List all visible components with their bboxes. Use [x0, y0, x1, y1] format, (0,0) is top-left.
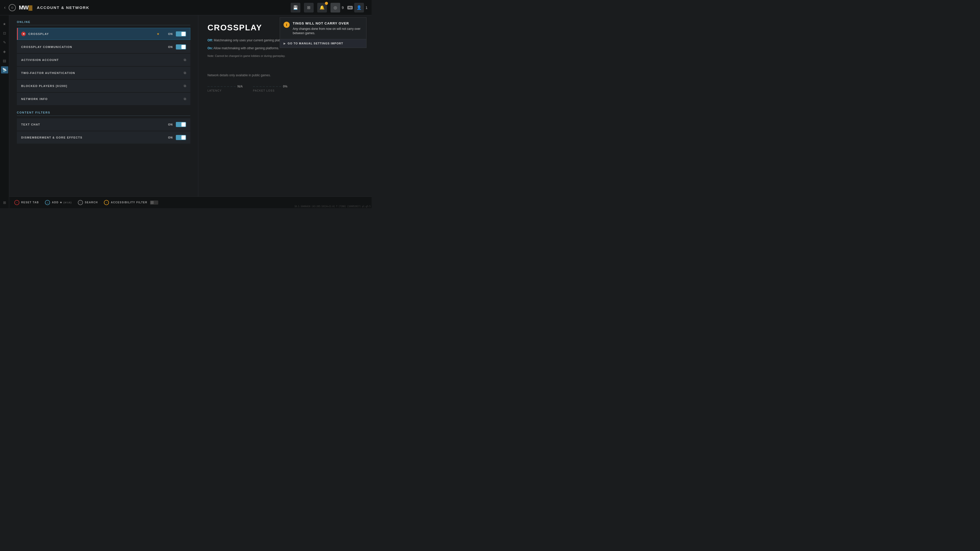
- network-note: Network details only available in public…: [207, 73, 363, 77]
- two-factor-label: TWO-FACTOR AUTHENTICATION: [21, 71, 184, 75]
- sidebar-item-favorites[interactable]: ★: [1, 21, 8, 27]
- accessibility-toggle[interactable]: [150, 200, 158, 205]
- detail-note: Note: Cannot be changed in game lobbies …: [207, 54, 363, 58]
- star-icon: ★: [157, 32, 159, 36]
- toggle-knob: [181, 122, 186, 127]
- notification-button[interactable]: 🔔: [317, 3, 327, 13]
- sidebar-item-controller[interactable]: ⊡: [1, 30, 8, 37]
- reset-tab-button[interactable]: ○ RESET TAB: [14, 200, 39, 205]
- notification-text: TINGS WILL NOT CARRY OVER Any changes do…: [293, 21, 363, 35]
- search-icon: □: [78, 200, 83, 205]
- crossplay-communication-label: CROSSPLAY COMMUNICATION: [21, 45, 162, 48]
- packet-loss-label: PACKET LOSS: [253, 89, 287, 92]
- crossplay-row[interactable]: ✕ CROSSPLAY ★ ON: [17, 28, 190, 40]
- text-chat-value: ON: [162, 123, 173, 126]
- dismemberment-row[interactable]: DISMEMBERMENT & GORE EFFECTS ON: [17, 131, 190, 144]
- crossplay-communication-row[interactable]: CROSSPLAY COMMUNICATION ON: [17, 41, 190, 53]
- player-icon[interactable]: ◎: [331, 3, 340, 13]
- sidebar-item-audio[interactable]: ◈: [1, 48, 8, 55]
- content-filters-section-header: CONTENT FILTERS: [17, 111, 190, 116]
- online-section-header: ONLINE: [17, 21, 190, 25]
- arrow-icon: ▶: [283, 42, 286, 45]
- latency-value: N/A: [238, 85, 243, 88]
- packet-loss-stat: ─ ─ ─ ─ ─ ─ ─ ─ ─ 0% PACKET LOSS: [253, 85, 287, 92]
- network-stats: ─ ─ ─ ─ ─ ─ ─ ─ ─ N/A LATENCY ─ ─ ─ ─ ─ …: [207, 85, 363, 92]
- accessibility-label: ACCESSIBILITY FILTER: [111, 201, 147, 204]
- search-label: SEARCH: [85, 201, 98, 204]
- external-link-icon: ⧉: [184, 84, 186, 88]
- toggle-knob: [181, 32, 186, 36]
- search-button[interactable]: □ SEARCH: [78, 200, 98, 205]
- error-icon: ✕: [21, 32, 26, 36]
- add-favorite-icon: △: [45, 200, 50, 205]
- dismemberment-toggle[interactable]: [176, 135, 186, 140]
- two-factor-row[interactable]: TWO-FACTOR AUTHENTICATION ⧉: [17, 67, 190, 79]
- external-link-icon: ⧉: [184, 71, 186, 75]
- player-info: ◎ 9: [331, 3, 344, 13]
- network-section: Network details only available in public…: [207, 73, 363, 92]
- crossplay-value: ON: [162, 32, 173, 35]
- dismemberment-value: ON: [162, 136, 173, 139]
- crossplay-label: CROSSPLAY: [28, 32, 157, 35]
- toggle-knob: [181, 45, 186, 49]
- network-info-label: NETWORK INFO: [21, 97, 184, 100]
- accessibility-filter-button[interactable]: ○ ACCESSIBILITY FILTER: [104, 200, 158, 205]
- crossplay-communication-value: ON: [162, 45, 173, 48]
- friends-info: R3 👤 1: [347, 3, 368, 13]
- storage-button[interactable]: 💾: [291, 3, 301, 13]
- info-icon: i: [283, 22, 290, 28]
- friends-icon[interactable]: 👤: [354, 3, 364, 13]
- notification-header: i TINGS WILL NOT CARRY OVER Any changes …: [280, 17, 366, 39]
- import-action-label: GO TO MANUAL SETTINGS IMPORT: [288, 42, 343, 45]
- dismemberment-label: DISMEMBERMENT & GORE EFFECTS: [21, 136, 162, 139]
- toggle-knob: [181, 135, 186, 140]
- accessibility-icon: ○: [104, 200, 109, 205]
- external-link-icon: ⧉: [184, 58, 186, 62]
- blocked-players-label: BLOCKED PLAYERS [0/200]: [21, 84, 184, 87]
- latency-dashes: ─ ─ ─ ─ ─ ─ ─ ─ ─: [207, 85, 236, 88]
- crossplay-toggle[interactable]: [176, 32, 186, 37]
- network-info-row[interactable]: NETWORK INFO ⧉: [17, 93, 190, 105]
- add-favorite-button[interactable]: △ ADD ★ (8/15): [45, 200, 72, 205]
- reset-tab-label: RESET TAB: [21, 201, 39, 204]
- activision-account-label: ACTIVISION ACCOUNT: [21, 59, 184, 62]
- crossplay-communication-toggle[interactable]: [176, 44, 186, 49]
- page-title: ACCOUNT & NETWORK: [37, 5, 89, 10]
- external-link-icon: ⧉: [184, 97, 186, 101]
- debug-text: 10.1.16466410 [43:205:10124+11:A] T [720…: [294, 205, 371, 208]
- sidebar-item-extra[interactable]: ⊞: [1, 199, 8, 206]
- latency-stat: ─ ─ ─ ─ ─ ─ ─ ─ ─ N/A LATENCY: [207, 85, 243, 92]
- blocked-players-row[interactable]: BLOCKED PLAYERS [0/200] ⧉: [17, 80, 190, 92]
- top-bar: ‹ ⊙ MW||| ACCOUNT & NETWORK 💾 ⊞ 🔔 ◎ 9 R3…: [0, 0, 372, 15]
- packet-loss-dashes: ─ ─ ─ ─ ─ ─ ─ ─ ─: [253, 85, 282, 88]
- top-bar-left: ‹ ⊙ MW||| ACCOUNT & NETWORK: [4, 4, 291, 11]
- activision-account-row[interactable]: ACTIVISION ACCOUNT ⧉: [17, 54, 190, 66]
- grid-button[interactable]: ⊞: [304, 3, 313, 13]
- packet-loss-value: 0%: [283, 85, 287, 88]
- back-button[interactable]: ‹: [4, 5, 6, 10]
- notification-badge: [325, 2, 328, 5]
- text-chat-row[interactable]: TEXT CHAT ON: [17, 118, 190, 130]
- sidebar-item-interface[interactable]: ▤: [1, 57, 8, 64]
- reset-tab-icon: ○: [14, 200, 19, 205]
- top-bar-right: 💾 ⊞ 🔔 ◎ 9 R3 👤 1: [291, 3, 368, 13]
- latency-label: LATENCY: [207, 89, 243, 92]
- settings-icon: ⊙: [9, 4, 16, 11]
- add-favorite-label: ADD ★ (8/15): [52, 201, 72, 204]
- game-logo: MW|||: [19, 4, 32, 11]
- text-chat-toggle[interactable]: [176, 122, 186, 127]
- accessibility-toggle-knob: [151, 201, 154, 204]
- sidebar: ★ ⊡ ✎ ◈ ▤ 📡 ⊞: [0, 15, 9, 208]
- settings-panel: ONLINE ✕ CROSSPLAY ★ ON CROSSPLAY COMMUN…: [9, 15, 198, 208]
- notification-panel: i TINGS WILL NOT CARRY OVER Any changes …: [280, 17, 366, 48]
- manual-import-button[interactable]: ▶ GO TO MANUAL SETTINGS IMPORT: [280, 39, 366, 48]
- text-chat-label: TEXT CHAT: [21, 123, 162, 126]
- sidebar-item-network[interactable]: 📡: [1, 66, 8, 73]
- sidebar-item-display[interactable]: ✎: [1, 39, 8, 46]
